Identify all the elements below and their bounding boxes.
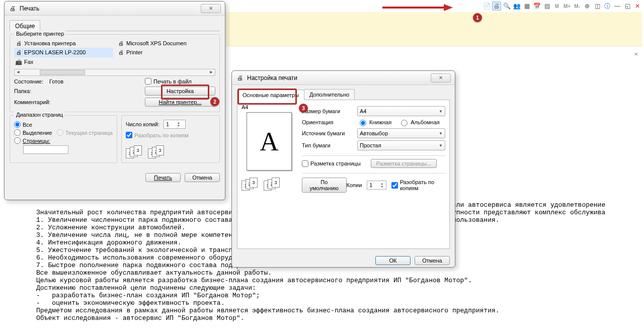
default-button[interactable]: По умолчанию: [302, 178, 347, 193]
copies-input[interactable]: [165, 121, 177, 128]
scroll-thumb[interactable]: [40, 70, 85, 75]
printer-icon: 🖨: [236, 74, 244, 82]
annotation-arrow: [382, 4, 453, 11]
svg-marker-1: [444, 4, 453, 11]
paper-source-combo[interactable]: Автовыбор▼: [357, 128, 445, 138]
printer-label: Установка принтера: [24, 40, 76, 46]
page-layout-checkbox[interactable]: Разметка страницы: [302, 160, 361, 167]
tab-general[interactable]: Общие: [10, 20, 40, 31]
cancel-button[interactable]: Отмена: [185, 173, 220, 182]
m-icon[interactable]: M: [552, 2, 561, 11]
split-icon[interactable]: ◫: [593, 2, 602, 11]
notice-bar: [226, 12, 642, 46]
print-setup-dialog: 🖨 Настройка печати ✕ Основные параметры …: [231, 70, 455, 268]
range-pages-radio[interactable]: Страницы:: [14, 137, 52, 144]
collate-checkbox[interactable]: Разобрать по копиям: [126, 132, 215, 138]
search-icon[interactable]: 🔍: [502, 2, 511, 11]
printer-icon: 🖨: [117, 40, 124, 46]
ok-button[interactable]: ОК: [375, 256, 411, 265]
printer-label: EPSON LASER LP-2200: [24, 49, 86, 55]
annotation-badge-2: 2: [210, 97, 219, 106]
doc-icon[interactable]: 📄: [482, 2, 491, 11]
printer-label: Microsoft XPS Documen: [126, 40, 187, 46]
printer-icon: 🖨: [15, 40, 22, 46]
scroll-left-icon[interactable]: ◄: [15, 69, 22, 75]
orient-portrait-radio[interactable]: Книжная: [357, 118, 391, 126]
printer-item[interactable]: 🖨Установка принтера: [14, 39, 113, 48]
printer-list-scrollbar[interactable]: ◄ ►: [14, 69, 215, 76]
setup-dialog-titlebar: 🖨 Настройка печати ✕: [232, 71, 455, 85]
copies-group: Число копий: ▲▼ Разобрать по копиям 123 …: [121, 115, 220, 163]
m-minus-icon[interactable]: M-: [573, 2, 582, 11]
page-range-group: Диапазон страниц Все Выделение Страницы:…: [10, 115, 117, 163]
range-all-radio[interactable]: Все: [14, 121, 52, 128]
select-printer-group: Выберите принтер 🖨Установка принтера🖨Mic…: [10, 34, 220, 112]
printer-list[interactable]: 🖨Установка принтера🖨Microsoft XPS Docume…: [14, 39, 215, 67]
preview-collate-icons: 123 123: [242, 178, 297, 192]
setup-dialog-title: Настройка печати: [247, 74, 297, 81]
settings-button[interactable]: Настройка: [145, 87, 215, 96]
range-current-radio: Текущая страница: [57, 121, 113, 144]
page-range-legend: Диапазон страниц: [14, 112, 65, 118]
setup-dialog-close-button[interactable]: ✕: [431, 73, 451, 82]
tab-additional[interactable]: Дополнительно: [304, 89, 355, 100]
tab-main-params[interactable]: Основные параметры: [237, 90, 304, 100]
find-printer-button[interactable]: Найти принтер...: [145, 98, 215, 107]
status-label: Состояние:: [14, 78, 49, 85]
collate-icons: 123 123: [126, 145, 215, 159]
grid-icon[interactable]: ▤: [542, 2, 551, 11]
help-icon[interactable]: ⓘ: [603, 2, 612, 11]
printer-icon: 🖨: [15, 49, 22, 55]
print-dialog: 🖨 Печать ✕ Общие Выберите принтер 🖨Устан…: [4, 1, 225, 200]
print-button[interactable]: Печать: [145, 173, 181, 182]
orient-landscape-radio[interactable]: Альбомная: [398, 118, 440, 126]
restore-icon[interactable]: ◱: [623, 2, 632, 11]
printer-icon: 🖨: [117, 49, 124, 55]
orientation-label: Ориентация: [302, 119, 357, 125]
close-notice-icon[interactable]: ×: [634, 50, 638, 58]
printer-item[interactable]: 🖨Printer: [116, 48, 215, 57]
setup-copies-spinner[interactable]: ▲▼: [367, 181, 386, 190]
setup-cancel-button[interactable]: Отмена: [415, 256, 450, 265]
minimize-icon[interactable]: —: [613, 2, 622, 11]
scroll-right-icon[interactable]: ►: [208, 69, 215, 75]
print-dialog-titlebar: 🖨 Печать ✕: [5, 2, 225, 16]
annotation-badge-3: 3: [299, 104, 308, 113]
printer-icon: 📠: [15, 59, 22, 65]
zoom-in-icon[interactable]: ⊕: [583, 2, 592, 11]
m-plus-icon[interactable]: M+: [562, 2, 572, 11]
copies-label: Число копий:: [126, 121, 159, 127]
table-icon[interactable]: ▦: [522, 2, 531, 11]
calendar-icon[interactable]: 📅: [532, 2, 541, 11]
page-layout-button: Разметка страницы...: [371, 159, 437, 168]
range-selection-radio[interactable]: Выделение: [14, 129, 52, 136]
chevron-down-icon: ▼: [439, 143, 443, 148]
print-dialog-close-button[interactable]: ✕: [201, 4, 221, 13]
paper-source-label: Источник бумаги: [302, 130, 357, 136]
comment-label: Комментарий:: [14, 99, 49, 105]
setup-copies-input[interactable]: [368, 182, 380, 189]
printer-icon: 🖨: [9, 5, 17, 13]
print-tabs: Общие: [10, 20, 220, 31]
printer-item[interactable]: 🖨Microsoft XPS Documen: [116, 39, 215, 48]
app-toolbar: 📄 🖨 🔍 👥 ▦ 📅 ▤ M M+ M- ⊕ ◫ ⓘ — ◱ ✕: [480, 0, 644, 12]
pages-input[interactable]: [23, 145, 68, 154]
paper-type-combo[interactable]: Простая▼: [357, 140, 445, 150]
select-printer-legend: Выберите принтер: [14, 31, 66, 37]
print-to-file-checkbox[interactable]: Печать в файл: [145, 78, 215, 85]
paper-type-label: Тип бумаги: [302, 142, 357, 148]
print-icon[interactable]: 🖨: [492, 2, 501, 11]
chevron-down-icon: ▼: [439, 109, 443, 114]
printer-item[interactable]: 📠Fax: [14, 57, 113, 67]
folder-label: Папка:: [14, 88, 49, 94]
users-icon[interactable]: 👥: [512, 2, 521, 11]
close-window-icon[interactable]: ✕: [633, 2, 642, 11]
status-value: Готов: [49, 78, 145, 85]
paper-size-combo[interactable]: A4▼: [357, 106, 445, 116]
copies-spinner[interactable]: ▲▼: [164, 120, 186, 129]
setup-collate-checkbox[interactable]: Разобрать по копиям: [391, 179, 445, 191]
printer-label: Printer: [126, 49, 142, 55]
preview-format-label: A4: [242, 104, 297, 110]
setup-tabs: Основные параметры Дополнительно: [237, 89, 450, 100]
printer-item[interactable]: 🖨EPSON LASER LP-2200: [14, 48, 113, 57]
